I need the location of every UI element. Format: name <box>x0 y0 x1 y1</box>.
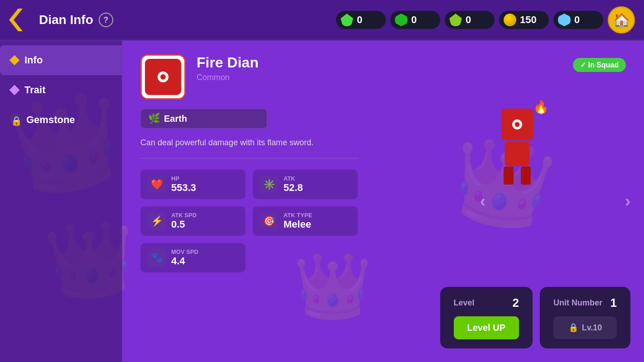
home-button[interactable]: 🏠 <box>608 6 635 33</box>
unit-label: Unit Number <box>553 298 602 308</box>
atk-value: 52.8 <box>284 182 303 194</box>
resource-item-5: 0 <box>553 11 603 29</box>
hp-value: 553.3 <box>171 182 196 194</box>
sidebar-item-trait[interactable]: Trait <box>0 75 122 105</box>
level-up-button[interactable]: Level UP <box>454 316 519 339</box>
level-label: Level <box>454 298 475 308</box>
resource-value-4: 150 <box>520 14 537 26</box>
atk-spd-label: ATK SPD <box>171 212 197 219</box>
home-icon: 🏠 <box>613 12 630 28</box>
sidebar-label-gemstone: Gemstone <box>26 114 75 126</box>
stats-grid: ❤️ HP 553.3 ✳️ ATK 52.8 ⚡ ATK SPD 0.5 <box>140 170 358 272</box>
level-panel: Level 2 Level UP <box>440 287 533 348</box>
resource-gem3-icon <box>449 14 462 26</box>
content-area: Fire Dian Common ✓ In Squad 🌿 Earth Can … <box>122 41 644 362</box>
model-leg-left <box>504 167 514 185</box>
sidebar: Info Trait 🔒 Gemstone <box>0 41 122 362</box>
model-body <box>505 141 530 166</box>
back-button[interactable] <box>9 9 32 31</box>
atk-spd-icon: ⚡ <box>148 212 166 230</box>
resource-crystal-icon <box>558 14 571 26</box>
flame-icon: 🔥 <box>533 100 549 114</box>
sidebar-diamond-trait <box>10 85 20 95</box>
hp-label: HP <box>171 175 196 182</box>
level-value: 2 <box>513 296 519 310</box>
in-squad-badge: ✓ In Squad <box>573 58 626 72</box>
char-description: Can deal powerful damage with its flame … <box>140 137 349 149</box>
resource-value-1: 0 <box>357 14 362 26</box>
sidebar-label-info: Info <box>24 54 43 66</box>
level-panel-header: Level 2 <box>454 296 519 310</box>
unit-value: 1 <box>610 296 617 310</box>
element-badge: 🌿 Earth <box>140 109 267 129</box>
main-layout: Info Trait 🔒 Gemstone Fire Dian <box>0 41 644 362</box>
model-leg-right <box>521 167 531 185</box>
sidebar-item-gemstone[interactable]: 🔒 Gemstone <box>0 105 122 135</box>
resource-coin-icon <box>504 14 516 26</box>
stat-mov-spd: 🐾 MOV SPD 4.4 <box>140 243 245 272</box>
resource-gem1-icon <box>341 14 353 26</box>
nav-prev-button[interactable]: ‹ <box>480 192 485 211</box>
resource-value-2: 0 <box>411 14 417 26</box>
char-name: Fire Dian <box>197 54 562 71</box>
resource-item-3: 0 <box>445 11 495 29</box>
atk-type-label: ATK Type <box>284 212 312 219</box>
char-model: 🔥 <box>490 109 544 181</box>
unit-lock-icon: 🔒 <box>568 323 578 333</box>
resource-gem2-icon <box>395 14 408 26</box>
stat-atk-type: 🎯 ATK Type Melee <box>253 206 358 236</box>
atk-spd-value: 0.5 <box>171 219 197 230</box>
char-model-area: 🔥 <box>472 77 562 213</box>
page-title: Dian Info <box>39 13 93 27</box>
atk-type-icon: 🎯 <box>260 212 278 230</box>
atk-icon: ✳️ <box>260 176 278 194</box>
resource-value-5: 0 <box>574 14 580 26</box>
hp-icon: ❤️ <box>148 176 166 194</box>
model-eye <box>512 119 522 129</box>
resource-value-3: 0 <box>466 14 471 26</box>
mov-spd-icon: 🐾 <box>148 249 166 267</box>
lv10-button[interactable]: 🔒 Lv.10 <box>553 316 617 339</box>
nav-next-button[interactable]: › <box>625 192 630 211</box>
unit-panel-header: Unit Number 1 <box>553 296 617 310</box>
unit-panel: Unit Number 1 🔒 Lv.10 <box>540 287 630 348</box>
element-label: Earth <box>164 114 187 124</box>
resource-item-4: 150 <box>499 11 549 29</box>
model-head <box>501 109 533 140</box>
stats-divider <box>140 158 358 159</box>
stat-atk-spd: ⚡ ATK SPD 0.5 <box>140 206 245 236</box>
mov-spd-label: MOV SPD <box>171 248 198 255</box>
atk-type-value: Melee <box>284 219 312 230</box>
sidebar-diamond-info <box>10 55 20 66</box>
help-button[interactable]: ? <box>99 13 113 27</box>
element-icon: 🌿 <box>148 113 160 124</box>
char-avatar <box>140 54 186 100</box>
stat-atk: ✳️ ATK 52.8 <box>253 170 358 199</box>
bottom-panels: Level 2 Level UP Unit Number 1 🔒 Lv.10 <box>440 287 630 348</box>
lv10-label: Lv.10 <box>582 323 602 333</box>
mov-spd-value: 4.4 <box>171 255 198 267</box>
atk-label: ATK <box>284 175 303 182</box>
sidebar-item-info[interactable]: Info <box>0 45 122 75</box>
lock-icon: 🔒 <box>11 115 20 124</box>
header: Dian Info ? 0 0 0 150 0 🏠 <box>0 0 644 41</box>
stat-hp: ❤️ HP 553.3 <box>140 170 245 199</box>
resource-item-1: 0 <box>336 11 386 29</box>
sidebar-label-trait: Trait <box>24 84 45 96</box>
resource-bar: 0 0 0 150 0 <box>336 11 603 29</box>
resource-item-2: 0 <box>390 11 440 29</box>
